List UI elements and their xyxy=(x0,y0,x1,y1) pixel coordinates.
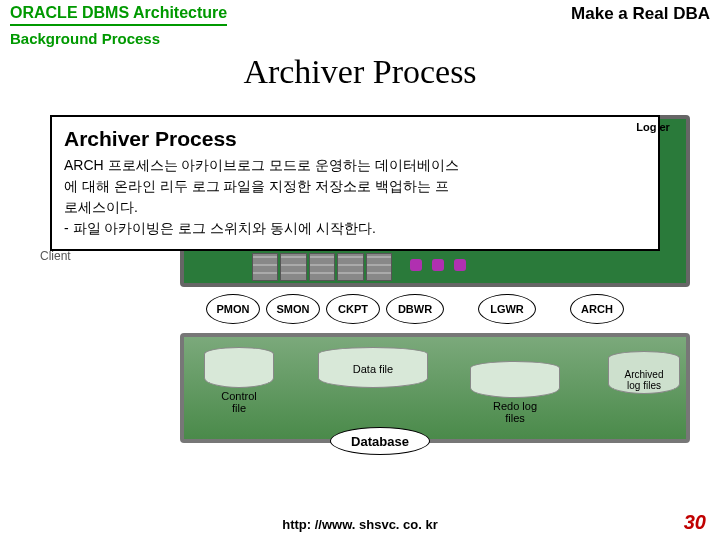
header-right: Make a Real DBA xyxy=(571,4,710,26)
client-label: Client xyxy=(40,249,71,263)
pmon-process: PMON xyxy=(206,294,260,324)
diagram-area: Archiver Process ARCH 프로세스는 아카이브로그 모드로 운… xyxy=(30,109,690,449)
database-label: Database xyxy=(330,427,430,455)
header-left: ORACLE DBMS Architecture xyxy=(10,4,227,26)
redo-log-buffer-fragment: Log er xyxy=(628,121,678,133)
buffer-dots xyxy=(410,259,466,271)
footer-url: http: //www. shsvc. co. kr xyxy=(0,517,720,532)
callout-box: Archiver Process ARCH 프로세스는 아카이브로그 모드로 운… xyxy=(50,115,660,251)
subheader: Background Process xyxy=(0,28,720,49)
redo-log-files: Redo log files xyxy=(470,361,560,424)
sga-slots xyxy=(252,253,392,281)
callout-title: Archiver Process xyxy=(64,127,646,151)
process-row: PMON SMON CKPT DBWR LGWR ARCH xyxy=(206,294,624,324)
control-file: Control file xyxy=(204,347,274,414)
page-title: Archiver Process xyxy=(0,53,720,91)
arch-process: ARCH xyxy=(570,294,624,324)
lgwr-process: LGWR xyxy=(478,294,536,324)
callout-body: ARCH 프로세스는 아카이브로그 모드로 운영하는 데이터베이스 에 대해 온… xyxy=(64,155,646,239)
data-file: Data file xyxy=(318,347,428,388)
ckpt-process: CKPT xyxy=(326,294,380,324)
dbwr-process: DBWR xyxy=(386,294,444,324)
archived-log-files: Archived log files xyxy=(604,351,684,394)
smon-process: SMON xyxy=(266,294,320,324)
page-number: 30 xyxy=(684,511,706,534)
